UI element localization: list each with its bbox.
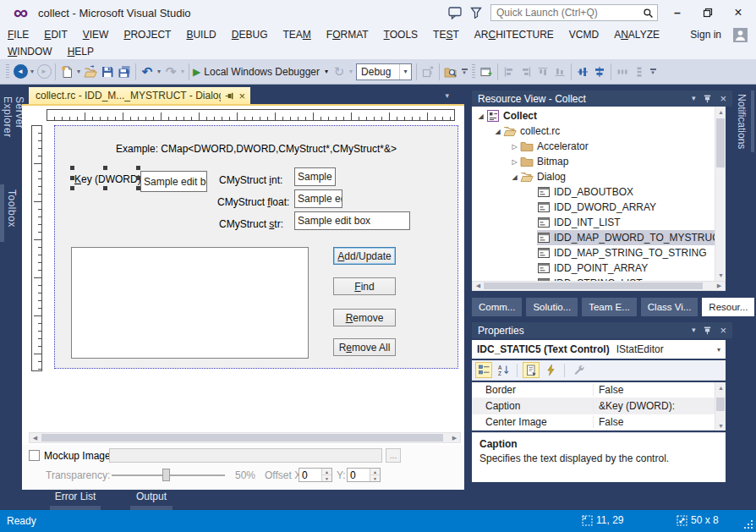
- redo-button[interactable]: ↷: [162, 63, 179, 81]
- scroll-down-icon[interactable]: ▼: [715, 270, 726, 281]
- tree-vertical-scrollbar[interactable]: ▲ ▼: [715, 107, 726, 281]
- center-vertical-button[interactable]: [591, 63, 608, 81]
- spin-down-icon[interactable]: ▼: [322, 474, 331, 481]
- align-tops-button[interactable]: [534, 63, 551, 81]
- scroll-up-icon[interactable]: ▲: [715, 107, 726, 118]
- property-row-border[interactable]: Border False: [472, 382, 726, 398]
- scrollbar-thumb[interactable]: [484, 282, 703, 289]
- key-label[interactable]: Key (DWORD):: [74, 173, 144, 185]
- menu-help[interactable]: HELP: [60, 46, 101, 58]
- close-icon[interactable]: ×: [720, 325, 726, 336]
- expand-arrow-icon[interactable]: ◢: [509, 173, 520, 181]
- remove-all-button[interactable]: Remove All: [333, 338, 396, 356]
- tab-output[interactable]: Output: [125, 491, 178, 510]
- tree-item-accelerator[interactable]: ▷ Accelerator: [472, 139, 726, 154]
- debugger-dropdown-icon[interactable]: ▾: [323, 68, 330, 75]
- menu-view[interactable]: VIEW: [75, 29, 117, 41]
- property-pages-button[interactable]: [523, 362, 540, 378]
- space-down-button[interactable]: [631, 63, 648, 81]
- tab-commands[interactable]: Comm...: [472, 298, 522, 316]
- scroll-down-icon[interactable]: ▼: [715, 420, 726, 431]
- float-edit-box[interactable]: Sample edit: [294, 189, 342, 208]
- tab-list-dropdown-icon[interactable]: ▾: [445, 91, 449, 100]
- sign-in-link[interactable]: Sign in: [682, 29, 733, 41]
- categorized-button[interactable]: [475, 362, 492, 378]
- key-edit-box[interactable]: Sample edit bo:: [140, 171, 207, 192]
- filter-icon[interactable]: [470, 7, 482, 19]
- tree-item-idd-aboutbox[interactable]: IDD_ABOUTBOX: [472, 184, 726, 200]
- scroll-left-icon[interactable]: ◀: [30, 433, 41, 442]
- maximize-button[interactable]: [697, 4, 719, 21]
- resource-view-title-bar[interactable]: Resource View - Collect ▾ ×: [472, 90, 732, 107]
- expand-arrow-icon[interactable]: ▷: [509, 143, 520, 151]
- browse-button[interactable]: ...: [386, 448, 401, 463]
- tree-item-bitmap[interactable]: ▷ Bitmap: [472, 154, 726, 169]
- window-position-dropdown-icon[interactable]: ▾: [692, 95, 696, 102]
- menu-test[interactable]: TEST: [425, 29, 467, 41]
- tab-class-view[interactable]: Class Vi...: [641, 298, 698, 316]
- expand-arrow-icon[interactable]: ◢: [475, 112, 486, 120]
- events-button[interactable]: [542, 362, 559, 378]
- scroll-up-icon[interactable]: ▲: [715, 382, 726, 392]
- toolbar-grip[interactable]: [6, 64, 9, 80]
- menu-analyze[interactable]: ANALYZE: [606, 29, 667, 41]
- result-listbox[interactable]: [71, 247, 309, 359]
- properties-title-bar[interactable]: Properties ▾ ×: [472, 322, 732, 338]
- mockup-image-path-field[interactable]: [109, 448, 382, 463]
- restart-button[interactable]: ↻: [331, 63, 348, 81]
- new-file-dropdown-icon[interactable]: ▾: [75, 68, 82, 75]
- new-dialog-button[interactable]: [478, 63, 495, 81]
- undo-dropdown-icon[interactable]: ▾: [156, 68, 162, 75]
- navigate-forward-button[interactable]: ►: [36, 63, 52, 81]
- scroll-right-icon[interactable]: ▶: [449, 433, 460, 442]
- tab-solution-explorer[interactable]: Solutio...: [526, 298, 578, 316]
- tab-resource-view[interactable]: Resour...: [702, 298, 754, 316]
- restart-dropdown-icon[interactable]: ▾: [348, 68, 354, 75]
- selection-handle[interactable]: [70, 166, 74, 170]
- float-label[interactable]: CMyStruct float:: [217, 196, 289, 208]
- transparency-slider-thumb[interactable]: [162, 469, 170, 481]
- tree-item-collect-rc[interactable]: ◢ collect.rc: [472, 123, 726, 139]
- scrollbar-thumb[interactable]: [716, 118, 725, 167]
- selection-handle[interactable]: [136, 166, 140, 170]
- properties-object-selector[interactable]: IDC_STATIC5 (Text Control) IStatEditor ▾: [472, 340, 726, 359]
- scrollbar-thumb[interactable]: [41, 434, 443, 442]
- find-button[interactable]: Find: [333, 277, 396, 295]
- quick-launch-box[interactable]: [490, 4, 658, 21]
- spin-down-icon[interactable]: ▼: [370, 474, 380, 481]
- find-in-files-button[interactable]: [442, 63, 459, 81]
- pin-icon[interactable]: [703, 94, 712, 103]
- attach-process-button[interactable]: [419, 63, 436, 81]
- center-horizontal-button[interactable]: [574, 63, 591, 81]
- menu-build[interactable]: BUILD: [178, 29, 223, 41]
- menu-tools[interactable]: TOOLS: [376, 29, 425, 41]
- toolbar-overflow-icon[interactable]: ▾: [459, 69, 469, 74]
- back-dropdown-icon[interactable]: ▾: [29, 68, 36, 75]
- tree-item-idd-map-dword-to-mystruct[interactable]: IDD_MAP_DWORD_TO_MYSTRUCT: [472, 230, 726, 245]
- mockup-image-checkbox[interactable]: [29, 450, 40, 461]
- offset-y-stepper[interactable]: 0 ▲▼: [347, 468, 381, 482]
- add-update-button[interactable]: Add/Update: [333, 247, 396, 265]
- expand-arrow-icon[interactable]: ▷: [509, 158, 520, 166]
- resize-grip-icon[interactable]: [743, 519, 753, 529]
- selection-handle[interactable]: [70, 186, 74, 190]
- tree-item-idd-map-string-to-string[interactable]: IDD_MAP_STRING_TO_STRING: [472, 245, 726, 261]
- redo-dropdown-icon[interactable]: ▾: [179, 68, 186, 75]
- align-bottoms-button[interactable]: [551, 63, 568, 81]
- scroll-left-icon[interactable]: ◀: [473, 282, 484, 290]
- tab-error-list[interactable]: Error List: [45, 491, 106, 510]
- sidebar-tab-toolbox[interactable]: Toolbox: [0, 184, 22, 242]
- minimize-button[interactable]: –: [666, 4, 688, 21]
- align-rights-button[interactable]: [518, 63, 534, 81]
- selection-handle[interactable]: [103, 166, 107, 170]
- pin-icon[interactable]: [703, 326, 712, 335]
- remove-button[interactable]: Remove: [333, 309, 396, 326]
- toolbar-overflow-icon[interactable]: ▾: [648, 69, 658, 74]
- menu-window[interactable]: WINDOW: [0, 46, 60, 58]
- str-edit-box[interactable]: Sample edit box: [294, 211, 410, 230]
- navigate-back-button[interactable]: ◄: [12, 63, 29, 81]
- align-lefts-button[interactable]: [501, 63, 518, 81]
- menu-architecture[interactable]: ARCHITECTURE: [467, 29, 562, 41]
- expand-arrow-icon[interactable]: ◢: [492, 128, 503, 135]
- spin-up-icon[interactable]: ▲: [370, 469, 380, 474]
